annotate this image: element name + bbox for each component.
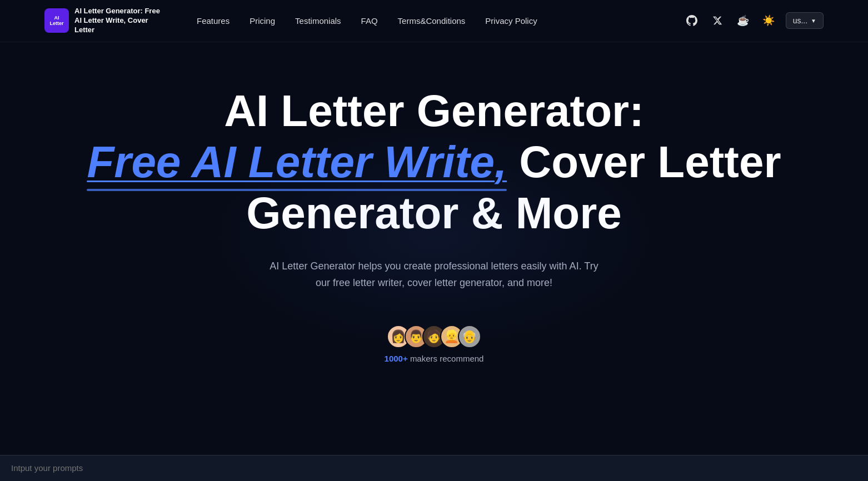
hero-title-blue-part: Free AI Letter Write, bbox=[87, 138, 507, 187]
language-label: us... bbox=[793, 16, 807, 25]
nav-link-privacy[interactable]: Privacy Policy bbox=[485, 16, 537, 26]
avatars-row: 👩 👨 🧑 👱 👴 bbox=[387, 325, 481, 348]
makers-text: 1000+ makers recommend bbox=[385, 354, 484, 363]
logo-link[interactable]: AILetter AI Letter Generator: Free AI Le… bbox=[44, 7, 163, 35]
twitter-icon-button[interactable] bbox=[709, 12, 726, 29]
hero-title-line1: AI Letter Generator: bbox=[87, 87, 781, 136]
nav-right: ☕ ☀️ us... ▼ bbox=[684, 12, 824, 29]
prompt-input[interactable] bbox=[11, 463, 857, 473]
hero-title: AI Letter Generator: Free AI Letter Writ… bbox=[87, 87, 781, 258]
makers-count: 1000+ bbox=[385, 354, 408, 363]
github-icon-button[interactable] bbox=[684, 12, 700, 29]
makers-label: makers recommend bbox=[410, 354, 484, 363]
theme-toggle-button[interactable]: ☀️ bbox=[760, 12, 777, 29]
nav-link-pricing[interactable]: Pricing bbox=[250, 16, 275, 26]
coffee-icon-button[interactable]: ☕ bbox=[735, 12, 751, 29]
nav-link-faq[interactable]: FAQ bbox=[361, 16, 378, 26]
input-bar-container bbox=[0, 455, 868, 481]
nav-link-terms[interactable]: Terms&Conditions bbox=[398, 16, 466, 26]
logo-text: AI Letter Generator: Free AI Letter Writ… bbox=[74, 7, 163, 35]
hero-title-line3: Generator & More bbox=[87, 189, 781, 238]
nav-links: Features Pricing Testimonials FAQ Terms&… bbox=[197, 16, 684, 26]
hero-title-line2: Free AI Letter Write, Cover Letter bbox=[87, 138, 781, 187]
hero-subtitle: AI Letter Generator helps you create pro… bbox=[267, 258, 601, 292]
nav-link-testimonials[interactable]: Testimonials bbox=[295, 16, 341, 26]
logo-icon: AILetter bbox=[44, 8, 69, 33]
chevron-down-icon: ▼ bbox=[811, 18, 816, 24]
avatar-cluster: 👩 👨 🧑 👱 👴 1000+ makers recommend bbox=[385, 325, 484, 363]
nav-link-features[interactable]: Features bbox=[197, 16, 230, 26]
hero-section: AI Letter Generator: Free AI Letter Writ… bbox=[0, 42, 868, 430]
hero-title-white-part: Cover Letter bbox=[519, 137, 781, 187]
navbar: AILetter AI Letter Generator: Free AI Le… bbox=[0, 0, 868, 42]
avatar-5: 👴 bbox=[458, 325, 481, 348]
language-selector-button[interactable]: us... ▼ bbox=[786, 12, 824, 29]
